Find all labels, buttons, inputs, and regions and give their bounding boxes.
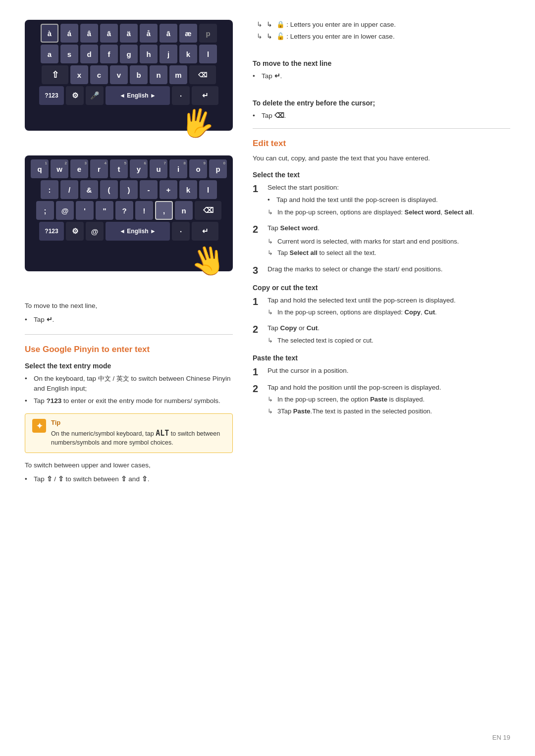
key2-gear[interactable]: ⚙ (66, 222, 84, 241)
key2-at[interactable]: @ (56, 201, 74, 220)
paste-step2-content: Tap and hold the position until the pop-… (268, 383, 510, 417)
key2-t[interactable]: t5 (110, 159, 128, 178)
paste-step2-num: 2 (253, 383, 263, 395)
key-a-macron2[interactable]: ā (160, 24, 177, 43)
key2-i[interactable]: i8 (169, 159, 187, 178)
key2-backspace[interactable]: ⌫ (195, 201, 221, 220)
copy-step1-label: Tap and hold the selected text until the… (268, 297, 456, 304)
left-column: à á â ā ä å ā æ p a s d f g h j k l (25, 20, 233, 736)
key2-q[interactable]: q1 (31, 159, 49, 178)
key-dot1[interactable]: · (172, 86, 190, 105)
key-backspace[interactable]: ⌫ (189, 65, 216, 84)
key2-dot[interactable]: · (172, 222, 190, 241)
key2-minus[interactable]: - (140, 180, 158, 199)
delete-label: To delete the entry before the cursor; (253, 99, 510, 107)
step2-content: Tap Select word. Current word is selecte… (268, 223, 510, 259)
key2-lparen[interactable]: ( (100, 180, 118, 199)
paste-step-2: 2 Tap and hold the position until the po… (253, 383, 510, 417)
key-h[interactable]: h (140, 45, 158, 63)
delete-bullets: Tap ⌫. (253, 111, 510, 121)
key2-english[interactable]: ◄ English ► (106, 222, 170, 241)
key-l[interactable]: l (199, 45, 217, 63)
key2-123[interactable]: ?123 (39, 222, 64, 241)
copy-step-2: 2 Tap Copy or Cut. The selected text is … (253, 323, 510, 347)
key-enter1[interactable]: ↵ (192, 86, 218, 105)
key2-l2[interactable]: l (199, 180, 217, 199)
key-shift[interactable]: ⇧ (42, 65, 68, 84)
key2-quote[interactable]: " (96, 201, 113, 220)
select-step-2: 2 Tap Select word. Current word is selec… (253, 223, 510, 259)
key-x[interactable]: x (70, 65, 88, 84)
key-gear1[interactable]: ⚙ (66, 86, 84, 105)
tip-content: On the numeric/symbol keyboard, tap ALT … (51, 428, 225, 448)
edit-intro: You can cut, copy, and paste the text th… (253, 153, 510, 163)
key2-semi[interactable]: ; (36, 201, 54, 220)
key-s[interactable]: s (60, 45, 78, 63)
select-step-1: 1 Select the start position: Tap and hol… (253, 183, 510, 218)
key-n[interactable]: n (150, 65, 167, 84)
pinyin-section-title: Use Google Pinyin to enter text (25, 345, 233, 354)
key2-enter[interactable]: ↵ (192, 222, 218, 241)
next-line-label: To move to the next line, (25, 301, 233, 311)
key-a-circ[interactable]: â (80, 24, 98, 43)
step2-num: 2 (253, 223, 263, 235)
copy-step1-arrow: In the pop-up screen, options are displa… (268, 307, 510, 317)
edit-divider (253, 128, 510, 129)
key-c[interactable]: c (90, 65, 108, 84)
step2-arrow1: Current word is selected, with marks for… (268, 237, 510, 247)
key2-r[interactable]: r4 (90, 159, 108, 178)
key-a-acute[interactable]: á (60, 24, 78, 43)
key2-n2[interactable]: n (175, 201, 193, 220)
paste-step2-arrow1: In the pop-up screen, the option Paste i… (268, 395, 510, 404)
key-a-grave[interactable]: à (41, 24, 58, 43)
key2-w[interactable]: w2 (51, 159, 68, 178)
key2-p[interactable]: p0 (209, 159, 227, 178)
key2-quest[interactable]: ? (115, 201, 133, 220)
key-english1[interactable]: ◄ English ► (106, 86, 170, 105)
key-123-1[interactable]: ?123 (39, 86, 64, 105)
key-m[interactable]: m (169, 65, 187, 84)
switch-case-bullet: Tap ⇧ / ⇧ to switch between ⇧ and ⇧. (25, 474, 233, 484)
key-mic1[interactable]: 🎤 (86, 86, 104, 105)
key2-comma[interactable]: , (155, 201, 173, 220)
copy-step2-num: 2 (253, 323, 263, 335)
key-a-ring[interactable]: å (140, 24, 158, 43)
keyboard2-row2: ; @ ' " ? ! , n ⌫ (28, 201, 230, 220)
key2-rparen[interactable]: ) (120, 180, 138, 199)
key2-slash[interactable]: / (60, 180, 78, 199)
key2-u[interactable]: u7 (150, 159, 167, 178)
step1-arrow: In the pop-up screen, options are displa… (268, 207, 510, 217)
tap-delete: Tap ⌫. (253, 111, 510, 121)
key-v[interactable]: v (110, 65, 128, 84)
key2-o[interactable]: o9 (189, 159, 207, 178)
key2-k2[interactable]: k (179, 180, 197, 199)
step1-label: Select the start position: (268, 184, 339, 191)
key2-apos[interactable]: ' (76, 201, 94, 220)
tap-enter-bullet: Tap ↵. (25, 315, 233, 325)
key2-excl[interactable]: ! (135, 201, 153, 220)
key-j[interactable]: j (160, 45, 177, 63)
step3-num: 3 (253, 264, 263, 276)
key2-y[interactable]: y6 (130, 159, 148, 178)
upper-case-note: ↳ 🔒 : Letters you enter are in upper cas… (253, 20, 510, 30)
key-a-uml[interactable]: ä (120, 24, 138, 43)
key-a-macron[interactable]: ā (100, 24, 118, 43)
page-number: EN 19 (492, 734, 510, 741)
step1-num: 1 (253, 183, 263, 195)
key-p1[interactable]: p (199, 24, 217, 43)
key-f[interactable]: f (100, 45, 118, 63)
key-ae[interactable]: æ (179, 24, 197, 43)
select-mode-label: Select the text entry mode (25, 362, 233, 370)
key2-e[interactable]: e3 (70, 159, 88, 178)
key2-colon[interactable]: : (41, 180, 58, 199)
pinyin-bullet-1: On the keyboard, tap 中文 / 英文 to switch b… (25, 374, 233, 394)
key-d[interactable]: d (80, 45, 98, 63)
key-b[interactable]: b (130, 65, 148, 84)
edit-text-title: Edit text (253, 139, 510, 149)
key-g[interactable]: g (120, 45, 138, 63)
key2-amp[interactable]: & (80, 180, 98, 199)
key-k[interactable]: k (179, 45, 197, 63)
key2-at2[interactable]: @ (86, 222, 104, 241)
key2-plus[interactable]: + (160, 180, 177, 199)
key-a[interactable]: a (41, 45, 58, 63)
